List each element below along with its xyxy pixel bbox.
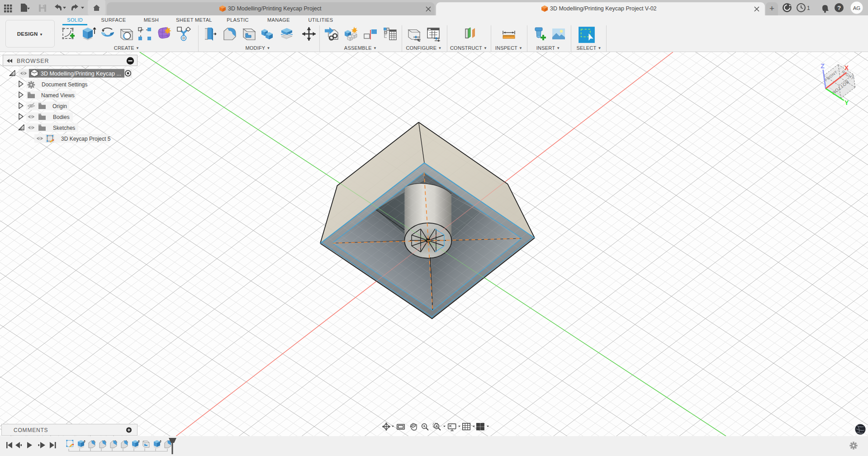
svg-text:Origin: Origin xyxy=(52,103,67,109)
svg-text:3D Keycap Project 5: 3D Keycap Project 5 xyxy=(61,136,111,142)
svg-text:Named Views: Named Views xyxy=(41,92,75,99)
svg-text:?: ? xyxy=(837,5,841,11)
svg-text:Bodies: Bodies xyxy=(53,114,70,120)
svg-text:Z: Z xyxy=(821,62,825,70)
svg-text:Document Settings: Document Settings xyxy=(42,81,87,88)
svg-text:Y: Y xyxy=(844,99,849,106)
svg-text:BROWSER: BROWSER xyxy=(17,58,49,64)
svg-text:1: 1 xyxy=(807,5,810,11)
svg-text:3D Modelling/Printing Keycap .: 3D Modelling/Printing Keycap ... xyxy=(41,71,121,77)
svg-text:Sketches: Sketches xyxy=(53,125,75,131)
svg-text:AG: AG xyxy=(853,5,861,11)
svg-text:X: X xyxy=(844,64,849,71)
svg-text:COMMENTS: COMMENTS xyxy=(14,427,48,433)
